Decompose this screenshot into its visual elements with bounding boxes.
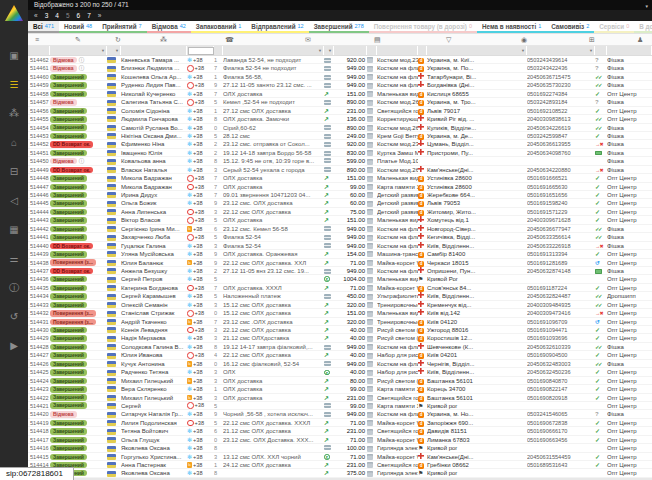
operator-badge-icon[interactable]: lc [187,395,192,401]
telephony-snowflake-icon[interactable]: ✻ [187,267,192,275]
table-row[interactable]: 514439ЗавершенийУляна Мусійовська✻+389ОЛ… [28,250,652,258]
sidebar-cart-icon[interactable]: ⊟ [9,157,19,186]
operator-badge-icon[interactable]: lc [187,260,192,266]
telephony-snowflake-icon[interactable]: ✻ [187,149,192,157]
missed-call-ring-icon[interactable] [187,234,194,241]
table-row[interactable]: 514440DD Возврат ок.Гуцалюк Галина✻+383Ф… [28,242,652,250]
column-status-icon[interactable]: ✎ [75,34,81,45]
dropdown-caret-icon[interactable]: ▼ [115,48,119,53]
missed-call-ring-icon[interactable] [187,82,194,89]
tab-vidpravlenyi[interactable]: Відправлений12 [246,21,308,33]
table-row[interactable]: 514458ЗавершенийНиколай Кучеренко✻+387ОЛ… [28,90,652,98]
table-row[interactable]: 514441ЗавершенийЗахарченко Люба+385Фиалк… [28,233,652,241]
filter-ttnstatus[interactable] [595,46,607,55]
table-row[interactable]: 514426ЗавершенийКучук Антонинаlc+38016.1… [28,360,652,368]
table-row[interactable]: 514442ЗавершенийСергієнко Ірина Ми...lc+… [28,225,652,233]
table-row[interactable]: 514431Повернення (з...Андрій Ткаченкоlc+… [28,318,652,326]
dropdown-caret-icon[interactable]: ▼ [589,48,593,53]
table-row[interactable]: 514417ЗавершенийОльга Глущук✻+38023.12 с… [28,436,652,444]
column-phone-icon[interactable]: ☎ [225,34,234,45]
telephony-snowflake-icon[interactable]: ✻ [187,469,192,476]
tab-nema-v-naiavnosti[interactable]: Нема в наявності1 [477,21,546,33]
telephony-snowflake-icon[interactable]: ✻ [187,250,192,258]
missed-call-ring-icon[interactable] [187,217,194,224]
tab-zapakovanyi[interactable]: Запакований1 [191,21,247,33]
page-button-5[interactable]: 5 [66,10,70,21]
operator-badge-icon[interactable]: lc [187,378,192,384]
telephony-snowflake-icon[interactable]: ✻ [187,410,192,418]
tab-vidmova[interactable]: Відмова42 [147,21,191,33]
table-row[interactable]: 514438Повернення (з...Юлия Баланюкlc+389… [28,259,652,267]
table-row[interactable]: 514453ЗавершенийНікітіна Оксана Дми...✻+… [28,132,652,140]
table-row[interactable]: 514427ЗавершенийЮлия Иванова+38422.12 см… [28,351,652,359]
missed-call-ring-icon[interactable] [187,352,194,359]
table-row[interactable]: 514423ЗавершенийВера Скляренко✻+381ОЛХ д… [28,385,652,393]
range-dropdown-caret-icon[interactable]: ▼ [645,2,649,12]
sidebar-campaign-icon[interactable]: ◁ [9,186,19,215]
telephony-snowflake-icon[interactable]: ✻ [187,199,192,207]
missed-call-ring-icon[interactable] [187,99,194,106]
telephony-snowflake-icon[interactable]: ✻ [187,73,192,81]
telephony-snowflake-icon[interactable]: ✻ [187,157,192,164]
tab-servisy[interactable]: Сервіси0 [594,21,634,33]
filter-price[interactable] [334,46,367,55]
column-id-icon[interactable]: ≡ [35,34,39,45]
table-row[interactable]: 514450ВідмоваⓘКовальова анна✻+38815.12. … [28,157,652,165]
table-row[interactable]: 514428ЗавершенийСолодкова Галина В...✻+3… [28,343,652,351]
table-row[interactable]: 514415ЗавершенийГоргулько Христина...✻+3… [28,453,652,461]
table-row[interactable]: 514414ЗавершенийАнна Пастернакlc+38124.1… [28,461,652,469]
table-row[interactable]: 514436ЗавершенийСергей Петров✻+385$1004.… [28,275,652,283]
table-row[interactable]: 514446ЗавершенийИрина Дидух✻+38709.01 зв… [28,191,652,199]
telephony-snowflake-icon[interactable]: ✻ [187,275,192,282]
table-row[interactable]: 514454ЗавершенийСамотій Руслана Во...✻+3… [28,124,652,132]
page-button-4[interactable]: 4 [55,10,59,21]
table-row[interactable]: 514459ЗавершенийРуденко Лидия Пав...+389… [28,81,652,89]
telephony-snowflake-icon[interactable]: ✻ [187,427,192,435]
telephony-snowflake-icon[interactable]: ✻ [187,334,192,342]
table-row[interactable]: 514461ВідмоваⓘБлизнюк Людмила ...+387Фиа… [28,64,652,72]
table-row[interactable]: 514451ЗавершенийІващенко Юлія✻+38219.12 … [28,149,652,157]
sidebar-settings-icon[interactable]: ⚌ [9,244,19,273]
filter-msgs[interactable] [214,46,223,55]
missed-call-ring-icon[interactable] [187,402,194,409]
table-row[interactable]: 514413ЗавершенийЯковлева Оксана✻+388↗375… [28,469,652,477]
filter-name[interactable] [121,46,187,55]
tab-vsi[interactable]: Всі471 [28,21,59,33]
filter-input-phone[interactable] [188,47,214,55]
last-page-icon[interactable]: » [98,10,102,21]
telephony-snowflake-icon[interactable]: ✻ [187,115,192,123]
table-row[interactable]: 514435ЗавершенийКатерина Богданова+387ОЛ… [28,284,652,292]
filter-id[interactable] [28,46,50,55]
telephony-snowflake-icon[interactable]: ✻ [187,166,192,174]
page-button-7[interactable]: 7 [87,10,91,21]
table-row[interactable]: 514437DD Возврат ок.Анжела Безушку✻+3822… [28,267,652,275]
filter-address[interactable]: ▼ [427,46,527,55]
column-address-icon[interactable]: ◉ [521,34,527,45]
table-row[interactable]: 514425ЗавершенийРадченко Тетяна✻+383ОЛХ$… [28,368,652,376]
telephony-snowflake-icon[interactable]: ✻ [187,140,192,148]
sidebar-screen-icon[interactable]: ▣ [9,41,19,70]
column-product-icon[interactable]: ▽ [446,34,451,45]
sidebar-clients-icon[interactable]: ⁂ [9,99,19,128]
sidebar-stats-icon[interactable]: ▦ [9,215,19,244]
dropdown-caret-icon[interactable]: ▼ [101,48,105,53]
tab-zavershenyi[interactable]: Завершений278 [309,21,369,33]
missed-call-ring-icon[interactable] [187,65,194,72]
status-info-icon[interactable]: ⓘ [79,64,85,72]
table-row[interactable]: 514420ВідмоваСитарчук Наталія Гр...✻+389… [28,410,652,418]
tab-novyi[interactable]: Новий48 [59,21,97,33]
telephony-snowflake-icon[interactable]: ✻ [187,56,192,64]
missed-call-ring-icon[interactable] [187,420,194,427]
tab-samovyviz[interactable]: Самовивіз2 [546,21,594,33]
telephony-snowflake-icon[interactable]: ✻ [187,343,192,351]
column-manager-icon[interactable]: ♟ [637,34,643,45]
filter-comment[interactable]: ▼ [223,46,324,55]
tab-povernennia-tovaru[interactable]: Повернення товару (в дорозі)0 [369,21,477,33]
table-row[interactable]: 514445ЗавершенийОльга Божик✻+38923.12 см… [28,199,652,207]
telephony-snowflake-icon[interactable]: ✻ [187,453,192,461]
table-row[interactable]: 514419ЗавершенийЛилия Подолинская+38522.… [28,419,652,427]
status-info-icon[interactable]: ⓘ [79,56,85,64]
dropdown-caret-icon[interactable]: ▼ [521,48,525,53]
table-row[interactable]: 514434ЗавершенийСергей Карамышев✻+385Нал… [28,292,652,300]
telephony-snowflake-icon[interactable]: ✻ [187,242,192,250]
